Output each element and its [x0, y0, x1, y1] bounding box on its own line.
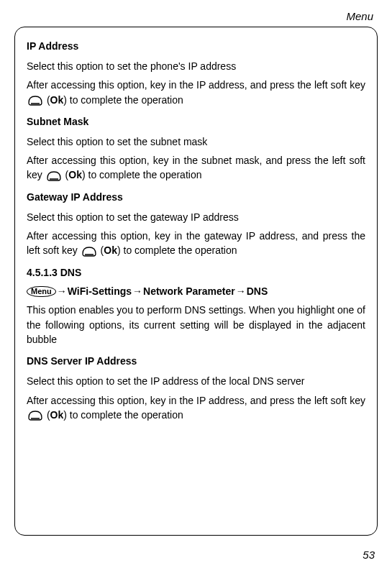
page-number: 53 [363, 549, 375, 561]
nav-path-dns: Menu→WiFi-Settings→Network Parameter→DNS [27, 285, 365, 298]
nav-dns: DNS [247, 285, 268, 297]
page-header: Menu [14, 10, 378, 22]
header-title: Menu [346, 10, 373, 22]
heading-dns: 4.5.1.3 DNS [27, 267, 365, 278]
ok-label: Ok [50, 94, 64, 106]
text-dns-p1: This option enables you to perform DNS s… [27, 303, 365, 347]
text-gateway-p2: After accessing this option, key in the … [27, 229, 365, 258]
arrow-icon: → [57, 285, 67, 297]
menu-icon: Menu [27, 286, 56, 297]
heading-gateway: Gateway IP Address [27, 191, 365, 203]
nav-network-parameter: Network Parameter [143, 285, 235, 297]
content-frame: IP Address Select this option to set the… [14, 27, 378, 536]
text-dnsserver-p2b-close: ) to complete the operation [63, 409, 183, 421]
soft-key-icon [47, 171, 61, 181]
text-subnet-p2: After accessing this option, key in the … [27, 153, 365, 183]
text-ip-p2a: After accessing this option, key in the … [27, 79, 365, 91]
soft-key-icon [28, 96, 42, 106]
text-ip-p2: After accessing this option, key in the … [27, 78, 365, 107]
text-ip-p1: Select this option to set the phone's IP… [27, 59, 365, 73]
arrow-icon: → [132, 285, 142, 297]
text-gateway-p1: Select this option to set the gateway IP… [27, 210, 365, 224]
soft-key-icon [82, 247, 96, 257]
ok-label: Ok [68, 169, 82, 180]
ok-label: Ok [50, 409, 64, 421]
soft-key-icon [28, 411, 42, 421]
heading-ip-address: IP Address [27, 40, 365, 52]
text-subnet-p1: Select this option to set the subnet mas… [27, 134, 365, 149]
nav-wifi-settings: WiFi-Settings [68, 285, 132, 297]
text-ip-p2b-close: ) to complete the operation [63, 94, 183, 106]
text-dnsserver-p2: After accessing this option, key in the … [27, 393, 365, 423]
text-gateway-p2b-close: ) to complete the operation [117, 244, 237, 256]
text-dnsserver-p1: Select this option to set the IP address… [27, 374, 365, 388]
text-dnsserver-p2a: After accessing this option, key in the … [27, 395, 365, 406]
heading-subnet-mask: Subnet Mask [27, 116, 365, 127]
arrow-icon: → [236, 285, 246, 297]
ok-label: Ok [104, 244, 117, 256]
heading-dns-server: DNS Server IP Address [27, 355, 365, 367]
text-subnet-p2b-close: ) to complete the operation [82, 169, 202, 180]
